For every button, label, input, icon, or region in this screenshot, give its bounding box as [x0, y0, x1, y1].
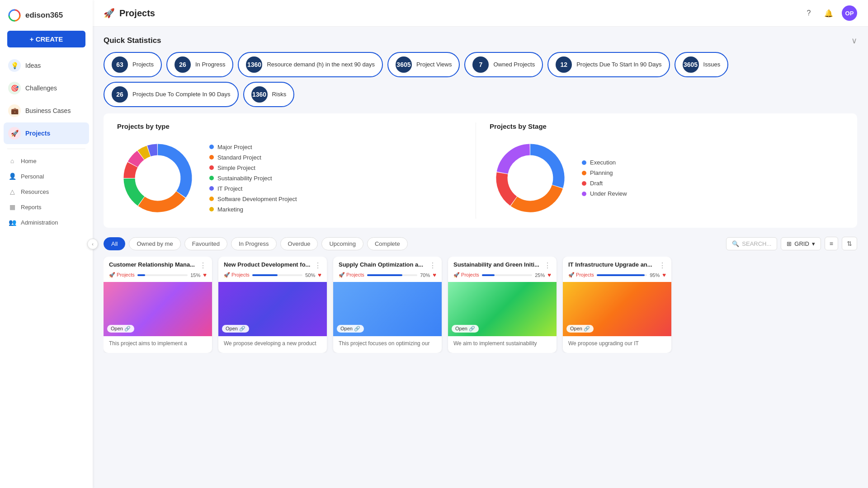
card-meta: 🚀 Projects 50% ♥: [218, 272, 327, 282]
stats-collapse-icon[interactable]: ∨: [851, 36, 857, 46]
card-image-wrap: Open 🔗: [218, 282, 327, 336]
favourite-icon[interactable]: ♥: [203, 272, 207, 278]
filter-pill[interactable]: Complete: [367, 237, 408, 250]
filter-pill[interactable]: Favourited: [184, 237, 227, 250]
sidebar-item-projects[interactable]: 🚀 Projects: [4, 122, 89, 144]
filter-pill[interactable]: Owned by me: [129, 237, 180, 250]
project-card[interactable]: Supply Chain Optimization a... ⋮ 🚀 Proje…: [333, 257, 442, 353]
filter-pill[interactable]: Overdue: [280, 237, 318, 250]
filter-pill[interactable]: All: [104, 237, 125, 250]
grid-label: GRID: [794, 240, 809, 247]
card-menu-button[interactable]: ⋮: [429, 261, 436, 270]
progress-pct: 50%: [305, 272, 315, 278]
stat-card[interactable]: 63 Projects: [104, 52, 162, 77]
stat-card[interactable]: 7 Owned Projects: [464, 52, 543, 77]
business-icon: 💼: [8, 104, 21, 117]
admin-icon: 👥: [8, 219, 16, 226]
chart-stage-area: ExecutionPlanningDraftUnder Review: [490, 137, 844, 219]
sidebar-item-ideas[interactable]: 💡 Ideas: [4, 55, 89, 76]
legend-label: Software Development Project: [217, 196, 297, 202]
filter-pill[interactable]: Upcoming: [321, 237, 363, 250]
legend-item: Marketing: [209, 206, 297, 213]
progress-bar: [137, 274, 145, 276]
top-bar-right: ? 🔔 OP: [802, 5, 857, 21]
avatar[interactable]: OP: [842, 5, 857, 21]
card-header: Customer Relationship Mana... ⋮: [104, 257, 212, 272]
sidebar-collapse-button[interactable]: ‹: [87, 239, 98, 249]
create-button[interactable]: + CREATE: [7, 31, 85, 47]
main-content: 🚀 Projects ? 🔔 OP Quick Statistics ∨ 63 …: [93, 0, 868, 488]
legend-item: Execution: [582, 159, 627, 166]
svg-point-0: [8, 9, 21, 22]
stat-card[interactable]: 12 Projects Due To Start In 90 Days: [547, 52, 670, 77]
sidebar-item-personal[interactable]: 👤 Personal: [4, 169, 89, 183]
filter-bar: AllOwned by meFavouritedIn ProgressOverd…: [104, 237, 857, 250]
card-image-wrap: Open 🔗: [333, 282, 442, 336]
sidebar-item-home[interactable]: ⌂ Home: [4, 154, 89, 168]
legend-dot: [582, 181, 586, 186]
card-tag: 🚀 Projects: [109, 272, 135, 278]
sidebar-item-resources[interactable]: △ Resources: [4, 184, 89, 199]
progress-bar: [252, 274, 278, 276]
progress-pct: 95%: [650, 272, 660, 278]
card-menu-button[interactable]: ⋮: [199, 261, 207, 270]
stat-card[interactable]: 1360 Risks: [243, 82, 295, 107]
legend-dot: [209, 145, 214, 149]
sidebar-item-administration[interactable]: 👥 Administration: [4, 215, 89, 230]
charts-panel: Projects by type Major ProjectStandard P…: [104, 113, 857, 228]
filter-pill[interactable]: In Progress: [231, 237, 276, 250]
stat-label: Resource demand (h) in the next 90 days: [267, 61, 374, 69]
ideas-icon: 💡: [8, 59, 21, 72]
card-menu-button[interactable]: ⋮: [314, 261, 321, 270]
project-card[interactable]: Sustainability and Green Initi... ⋮ 🚀 Pr…: [448, 257, 557, 353]
page-title: Projects: [119, 8, 155, 19]
grid-view-button[interactable]: ⊞ GRID ▾: [781, 237, 821, 250]
card-meta: 🚀 Projects 25% ♥: [448, 272, 557, 282]
logo-icon: [7, 8, 22, 23]
favourite-icon[interactable]: ♥: [318, 272, 321, 278]
stat-number: 7: [472, 56, 489, 73]
stat-card[interactable]: 3605 Issues: [675, 52, 729, 77]
notifications-icon[interactable]: 🔔: [822, 6, 835, 20]
legend-item: Draft: [582, 180, 627, 187]
person-icon: 👤: [8, 173, 16, 180]
sidebar-item-challenges[interactable]: 🎯 Challenges: [4, 77, 89, 99]
project-card[interactable]: IT Infrastructure Upgrade an... ⋮ 🚀 Proj…: [563, 257, 671, 353]
favourite-icon[interactable]: ♥: [433, 272, 436, 278]
filter-icon-button[interactable]: ≡: [825, 237, 838, 250]
card-title: New Product Development fo...: [224, 261, 310, 268]
legend-dot: [209, 165, 214, 170]
favourite-icon[interactable]: ♥: [547, 272, 551, 278]
project-card[interactable]: New Product Development fo... ⋮ 🚀 Projec…: [218, 257, 327, 353]
stat-card[interactable]: 1360 Resource demand (h) in the next 90 …: [238, 52, 382, 77]
stat-card[interactable]: 3605 Project Views: [387, 52, 460, 77]
legend-label: IT Project: [217, 185, 242, 192]
progress-bar-wrap: [482, 274, 532, 276]
card-menu-button[interactable]: ⋮: [659, 261, 666, 270]
legend-item: Major Project: [209, 144, 297, 150]
sidebar-item-business-cases[interactable]: 💼 Business Cases: [4, 100, 89, 122]
sidebar-item-reports[interactable]: ▦ Reports: [4, 200, 89, 214]
search-box[interactable]: 🔍 SEARCH...: [726, 237, 777, 250]
card-title: IT Infrastructure Upgrade an...: [568, 261, 652, 268]
help-icon[interactable]: ?: [802, 6, 816, 20]
progress-bar: [367, 274, 402, 276]
sidebar-item-home-label: Home: [21, 158, 37, 164]
card-meta: 🚀 Projects 15% ♥: [104, 272, 212, 282]
search-icon: 🔍: [732, 240, 739, 247]
legend-label: Draft: [590, 180, 603, 187]
sort-icon-button[interactable]: ⇅: [842, 237, 857, 250]
legend-item: Simple Project: [209, 164, 297, 171]
project-card[interactable]: Customer Relationship Mana... ⋮ 🚀 Projec…: [104, 257, 212, 353]
progress-pct: 25%: [535, 272, 545, 278]
project-cards-row: Customer Relationship Mana... ⋮ 🚀 Projec…: [104, 257, 857, 353]
legend-label: Planning: [590, 169, 613, 176]
card-menu-button[interactable]: ⋮: [544, 261, 551, 270]
stat-card[interactable]: 26 Projects Due To Complete In 90 Days: [104, 82, 239, 107]
stat-number: 26: [112, 86, 128, 103]
favourite-icon[interactable]: ♥: [662, 272, 666, 278]
donut-type: [117, 137, 198, 219]
progress-pct: 15%: [190, 272, 200, 278]
stat-card[interactable]: 26 In Progress: [166, 52, 233, 77]
primary-nav: 💡 Ideas 🎯 Challenges 💼 Business Cases 🚀 …: [0, 55, 93, 144]
